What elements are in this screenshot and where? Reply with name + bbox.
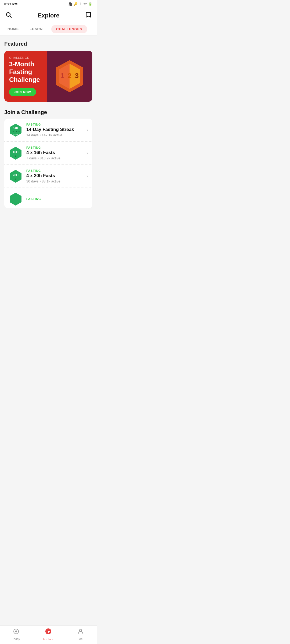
tab-challenges[interactable]: CHALLENGES bbox=[51, 25, 87, 33]
bluetooth-icon: ⭡ bbox=[79, 2, 82, 6]
svg-text:16H: 16H bbox=[13, 150, 19, 154]
challenge-name-16h: 4 x 16h Fasts bbox=[26, 150, 84, 155]
svg-text:3: 3 bbox=[75, 72, 79, 80]
battery-icon: 🔋 bbox=[88, 2, 92, 6]
svg-text:20H: 20H bbox=[13, 173, 19, 177]
svg-text:1: 1 bbox=[60, 72, 64, 80]
badge-20h: 20H 4 bbox=[9, 169, 23, 183]
tab-home[interactable]: HOME bbox=[5, 23, 21, 35]
svg-marker-19 bbox=[10, 193, 21, 206]
challenge-category-14day: FASTING bbox=[26, 123, 84, 126]
challenge-category-partial: FASTING bbox=[26, 197, 88, 200]
bookmark-icon[interactable] bbox=[85, 12, 91, 20]
challenges-list: 14D ✔ ✔ ✔ ●●●● FASTING 14-Day Fasting St… bbox=[4, 119, 92, 208]
svg-text:4: 4 bbox=[15, 178, 16, 181]
challenge-meta-20h: 30 days • 88.1k active bbox=[26, 179, 84, 183]
svg-text:2: 2 bbox=[68, 72, 71, 80]
featured-card[interactable]: CHALLENGE 3-Month Fasting Challenge JOIN… bbox=[4, 51, 92, 102]
tab-bar: HOME LEARN CHALLENGES bbox=[0, 23, 97, 35]
svg-text:✔: ✔ bbox=[12, 130, 15, 133]
main-content: Featured CHALLENGE 3-Month Fasting Chall… bbox=[0, 35, 97, 240]
challenge-item-partial[interactable]: FASTING bbox=[4, 188, 92, 208]
status-icons: 🎥 🔑 ⭡ 🔋 bbox=[68, 2, 92, 6]
chevron-icon-20h: › bbox=[86, 173, 88, 179]
search-icon[interactable] bbox=[5, 12, 12, 20]
page-title: Explore bbox=[38, 12, 60, 19]
status-time: 8:27 PM bbox=[4, 2, 17, 6]
challenge-meta-16h: 7 days • 813.7k active bbox=[26, 156, 84, 160]
key-icon: 🔑 bbox=[74, 2, 78, 6]
svg-text:●●●●: ●●●● bbox=[13, 133, 18, 135]
svg-text:✔: ✔ bbox=[16, 130, 18, 133]
challenge-info-14day: FASTING 14-Day Fasting Streak 14 days • … bbox=[26, 123, 84, 137]
featured-section-title: Featured bbox=[4, 41, 92, 47]
svg-text:✔: ✔ bbox=[18, 130, 20, 133]
join-now-button[interactable]: JOIN NOW bbox=[9, 88, 36, 96]
svg-line-1 bbox=[10, 16, 12, 18]
join-section-title: Join a Challenge bbox=[4, 109, 92, 115]
featured-left: CHALLENGE 3-Month Fasting Challenge JOIN… bbox=[4, 51, 47, 102]
chevron-icon-14day: › bbox=[86, 127, 88, 133]
challenge-item-16h[interactable]: 16H 4 FASTING 4 x 16h Fasts 7 days • 813… bbox=[4, 142, 92, 165]
challenge-info-partial: FASTING bbox=[26, 197, 88, 201]
challenge-item-14day[interactable]: 14D ✔ ✔ ✔ ●●●● FASTING 14-Day Fasting St… bbox=[4, 119, 92, 142]
badge-16h: 16H 4 bbox=[9, 146, 23, 160]
challenge-name-20h: 4 x 20h Fasts bbox=[26, 173, 84, 178]
featured-title: 3-Month Fasting Challenge bbox=[9, 60, 42, 83]
wifi-icon bbox=[83, 2, 87, 6]
challenge-info-16h: FASTING 4 x 16h Fasts 7 days • 813.7k ac… bbox=[26, 146, 84, 160]
challenge-info-20h: FASTING 4 x 20h Fasts 30 days • 88.1k ac… bbox=[26, 169, 84, 183]
svg-text:14D: 14D bbox=[13, 127, 18, 130]
challenge-item-20h[interactable]: 20H 4 FASTING 4 x 20h Fasts 30 days • 88… bbox=[4, 165, 92, 188]
camera-icon: 🎥 bbox=[68, 2, 73, 6]
badge-14day: 14D ✔ ✔ ✔ ●●●● bbox=[9, 123, 23, 137]
chevron-icon-16h: › bbox=[86, 150, 88, 156]
header: Explore bbox=[0, 8, 97, 23]
challenge-category-20h: FASTING bbox=[26, 169, 84, 172]
featured-tag: CHALLENGE bbox=[9, 56, 42, 59]
challenge-meta-14day: 14 days • 147.1k active bbox=[26, 133, 84, 137]
tab-learn[interactable]: LEARN bbox=[27, 23, 45, 35]
status-bar: 8:27 PM 🎥 🔑 ⭡ 🔋 bbox=[0, 0, 97, 8]
challenge-name-14day: 14-Day Fasting Streak bbox=[26, 127, 84, 132]
badge-partial bbox=[9, 192, 23, 206]
svg-text:4: 4 bbox=[15, 155, 16, 158]
challenge-category-16h: FASTING bbox=[26, 146, 84, 149]
challenge-badge-123: 1 2 3 bbox=[52, 59, 87, 94]
featured-right: 1 2 3 bbox=[47, 51, 92, 102]
